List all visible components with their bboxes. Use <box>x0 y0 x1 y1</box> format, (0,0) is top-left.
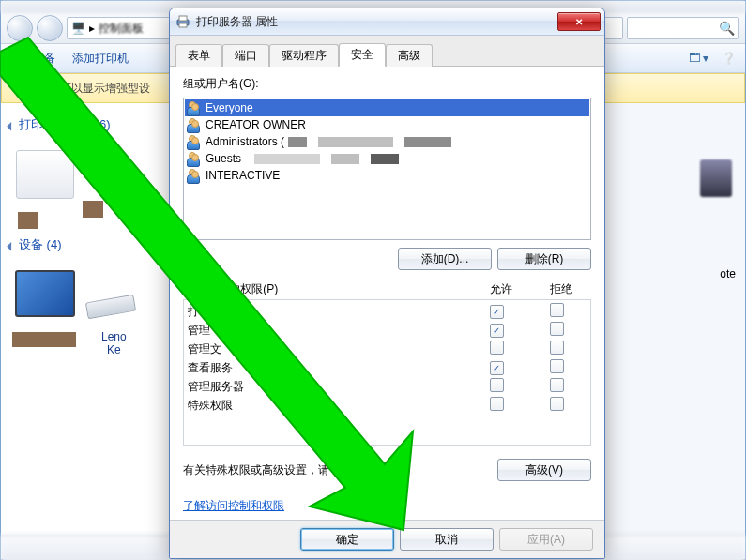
group-row-guests[interactable]: Guests <box>185 150 589 167</box>
dialog-footer: 确定 取消 应用(A) <box>170 520 604 558</box>
ok-button[interactable]: 确定 <box>300 528 394 551</box>
perm-allow-checkbox[interactable]: ✓ <box>490 324 504 338</box>
perm-deny-checkbox[interactable] <box>550 303 564 317</box>
perm-allow-checkbox[interactable] <box>490 397 504 411</box>
dialog-titlebar: 打印服务器 属性 ✕ <box>170 8 604 36</box>
perm-deny-checkbox[interactable] <box>550 397 564 411</box>
printer-icon <box>175 14 190 29</box>
perm-allow-header: 允许 <box>471 281 531 297</box>
users-icon <box>187 151 202 166</box>
add-button[interactable]: 添加(D)... <box>398 248 492 270</box>
item-label-ote: ote <box>720 267 736 280</box>
perm-deny-checkbox[interactable] <box>550 359 564 373</box>
perm-allow-checkbox[interactable]: ✓ <box>490 361 504 375</box>
group-row-administrators[interactable]: Administrators ( <box>185 133 589 150</box>
group-name: CREATOR OWNER <box>206 118 306 131</box>
tab-ports[interactable]: 端口 <box>222 44 269 67</box>
dialog-title: 打印服务器 属性 <box>196 14 552 30</box>
help-icon[interactable]: ❔ <box>722 52 736 65</box>
tab-drivers[interactable]: 驱动程序 <box>269 44 339 67</box>
svg-rect-1 <box>179 16 187 21</box>
users-icon <box>187 100 202 115</box>
nav-back-button[interactable] <box>7 15 33 41</box>
perm-deny-header: 拒绝 <box>531 281 591 297</box>
perm-allow-checkbox[interactable] <box>490 341 504 355</box>
perm-row-manage-docs: 管理文 <box>184 340 590 358</box>
svg-rect-2 <box>179 23 187 27</box>
search-icon: 🔍 <box>719 21 735 36</box>
printer-item[interactable] <box>83 146 145 208</box>
groups-label: 组或用户名(G): <box>183 76 591 92</box>
device-keyboard-item[interactable]: Leno Ke <box>83 266 145 328</box>
close-button[interactable]: ✕ <box>557 12 601 31</box>
control-panel-icon: 🖥️ <box>71 22 85 35</box>
group-name: INTERACTIVE <box>206 169 280 182</box>
view-icon[interactable]: 🗔 ▾ <box>689 52 708 65</box>
category-devices[interactable]: 设备 (4) <box>8 236 172 253</box>
main-content: 打印机和传真 (6) 设备 (4) Leno <box>1 103 173 535</box>
device-label-2: Ke <box>83 343 145 356</box>
device-label: Leno <box>83 330 145 343</box>
breadcrumb-segment[interactable]: 控制面板 <box>99 21 144 37</box>
groups-listbox[interactable]: Everyone CREATOR OWNER Administrators ( … <box>183 98 591 240</box>
perm-deny-checkbox[interactable] <box>550 378 564 392</box>
permissions-table[interactable]: 打 ✓ 管理机 ✓ 管理文 查看服务 ✓ <box>183 299 591 446</box>
cmd-add-device[interactable]: 添加设备 <box>10 51 55 67</box>
advanced-button[interactable]: 高级(V) <box>497 459 591 481</box>
print-server-properties-dialog: 打印服务器 属性 ✕ 表单 端口 驱动程序 安全 高级 组或用户名(G): Ev… <box>169 8 605 559</box>
perm-deny-checkbox[interactable] <box>550 341 564 355</box>
perm-row-view-server: 查看服务 ✓ <box>184 358 590 377</box>
users-icon <box>187 134 202 149</box>
tab-advanced[interactable]: 高级 <box>386 44 433 67</box>
group-name: Administrators ( <box>206 135 284 148</box>
advanced-hint: 有关特殊权限或高级设置，请级”。 <box>183 462 490 478</box>
perm-deny-checkbox[interactable] <box>550 322 564 336</box>
perm-row-manage-server: 管理服务器 <box>184 377 590 396</box>
group-row-everyone[interactable]: Everyone <box>185 99 589 116</box>
cmd-add-printer[interactable]: 添加打印机 <box>72 51 129 67</box>
tab-forms[interactable]: 表单 <box>175 44 222 67</box>
group-row-interactive[interactable]: INTERACTIVE <box>185 167 589 184</box>
perm-row-print: 打 ✓ <box>184 302 590 321</box>
perm-row-special: 特殊权限 <box>184 396 590 415</box>
security-tab-panel: 组或用户名(G): Everyone CREATOR OWNER Adminis… <box>170 67 604 520</box>
nav-forward-button[interactable] <box>37 15 63 41</box>
device-monitor-item[interactable] <box>14 266 76 328</box>
users-icon <box>187 168 202 183</box>
dialog-tabs: 表单 端口 驱动程序 安全 高级 <box>170 36 604 67</box>
remove-button[interactable]: 删除(R) <box>497 248 591 270</box>
perm-row-manage-printers: 管理机 ✓ <box>184 321 590 340</box>
printer-item[interactable] <box>14 146 76 208</box>
info-banner-text: Windows 可以显示增强型设 <box>11 81 150 97</box>
search-input[interactable]: 🔍 <box>627 17 739 39</box>
perm-allow-checkbox[interactable] <box>490 378 504 392</box>
apply-button[interactable]: 应用(A) <box>499 528 593 551</box>
group-name: Guests <box>206 152 241 165</box>
perm-allow-checkbox[interactable]: ✓ <box>490 305 504 319</box>
group-row-creator-owner[interactable]: CREATOR OWNER <box>185 116 589 133</box>
learn-access-control-link[interactable]: 了解访问控制和权限 <box>183 499 284 512</box>
users-icon <box>187 117 202 132</box>
tab-security[interactable]: 安全 <box>339 43 386 67</box>
cancel-button[interactable]: 取消 <box>400 528 494 551</box>
group-name: Everyone <box>206 101 253 114</box>
permissions-for-label: Eone 的权限(P) <box>183 281 471 297</box>
category-printers[interactable]: 打印机和传真 (6) <box>8 116 172 133</box>
